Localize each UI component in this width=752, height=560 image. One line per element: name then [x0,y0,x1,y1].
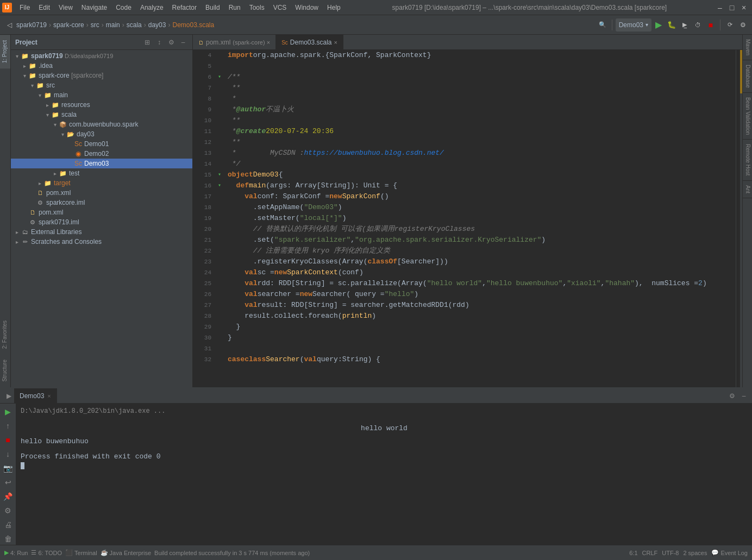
sidebar-tab-project[interactable]: 1: Project [0,35,10,68]
settings-btn[interactable]: ⚙ [737,19,749,31]
status-line-sep[interactable]: CRLF [642,550,658,556]
breadcrumb-demo03[interactable]: Demo03.scala [172,21,214,29]
tree-item-scratches[interactable]: ▸ ✏ Scratches and Consoles [11,237,192,247]
breadcrumb-spark0719[interactable]: spark0719 [16,21,47,29]
tree-item-src[interactable]: ▾ 📁 src [11,80,192,90]
bottom-tab-run-icon[interactable]: ▶ [3,388,14,404]
tree-item-demo01[interactable]: Sc Demo01 [11,139,192,149]
tree-arrow-sparkcore[interactable]: ▾ [21,73,28,79]
tree-arrow-idea[interactable]: ▸ [21,63,28,69]
tree-arrow-src[interactable]: ▾ [28,83,36,89]
tab-close-demo03[interactable]: × [334,39,337,46]
menu-navigate[interactable]: Navigate [77,3,111,12]
run-config-dropdown[interactable]: Demo03 ▾ [616,18,651,32]
tree-item-day03[interactable]: ▾ 📂 day03 [11,129,192,139]
breadcrumb-scala[interactable]: scala [127,21,142,29]
breadcrumb-spark-core[interactable]: spark-core [53,21,84,29]
panel-settings-btn[interactable]: ⚙ [166,37,176,47]
tree-item-idea[interactable]: ▸ 📁 .idea [11,61,192,71]
menu-window[interactable]: Window [291,3,323,12]
tree-arrow-spark0719[interactable]: ▾ [13,53,21,59]
maximize-btn[interactable]: □ [726,2,738,14]
status-java-enterprise-btn[interactable]: ☕ Java Enterprise [101,549,151,556]
code-content[interactable]: import org.apache.spark.{SparkConf, Spar… [223,50,742,387]
tree-arrow-test[interactable]: ▸ [51,171,59,177]
menu-vcs[interactable]: VCS [269,3,291,12]
scroll-up-btn[interactable]: ↑ [2,420,14,432]
tab-pom-xml[interactable]: 🗋 pom.xml (spark-core) × [193,35,276,50]
breadcrumb-src[interactable]: src [91,21,99,29]
breadcrumb-day03[interactable]: day03 [148,21,166,29]
menu-help[interactable]: Help [323,3,345,12]
tree-item-pkg[interactable]: ▾ 📦 com.buwenbuhuo.spark [11,119,192,129]
profile-btn[interactable]: ⏱ [692,19,704,31]
menu-code[interactable]: Code [111,3,136,12]
breadcrumb-main[interactable]: main [106,21,120,29]
right-tab-maven[interactable]: Maven [743,35,752,60]
pin-btn[interactable]: 📌 [2,490,14,502]
tree-arrow-scala[interactable]: ▾ [43,112,51,118]
tree-item-spark0719-iml[interactable]: ⚙ spark0719.iml [11,217,192,227]
right-tab-bean-validation[interactable]: Bean Validation [743,93,752,140]
menu-edit[interactable]: Edit [34,3,54,12]
screenshot-btn[interactable]: 📷 [2,462,14,474]
stop-run-btn[interactable]: ■ [2,434,14,446]
code-editor[interactable]: 4 5 6 7 8 9 10 11 12 13 14 15 16 17 [193,50,742,387]
sidebar-tab-structure[interactable]: Structure [0,354,10,387]
tab-close-pom[interactable]: (spark-core) × [233,39,270,46]
tree-arrow-day03[interactable]: ▾ [59,131,66,137]
minimize-btn[interactable]: – [714,2,726,14]
debug-btn[interactable]: 🐛 [666,19,678,31]
menu-view[interactable]: View [54,3,77,12]
tree-item-target[interactable]: ▸ 📁 target [11,178,192,188]
minimize-bottom-btn[interactable]: – [739,391,749,401]
status-todo-btn[interactable]: ☰ 6: TODO [31,549,62,556]
close-btn[interactable]: × [738,2,750,14]
right-tab-remote-host[interactable]: Remote Host [743,140,752,180]
tree-arrow-target[interactable]: ▸ [36,180,43,186]
bottom-tab-demo03[interactable]: Demo03 × [14,388,57,404]
soft-wrap-btn[interactable]: ↩ [2,476,14,488]
bottom-tab-close[interactable]: × [47,393,51,399]
tree-item-spark0719[interactable]: ▾ 📁 spark0719 D:\idea\spark0719 [11,51,192,61]
menu-refactor[interactable]: Refactor [168,3,201,12]
menu-analyze[interactable]: Analyze [136,3,168,12]
tree-item-resources[interactable]: ▸ 📁 resources [11,100,192,110]
settings-bottom-btn[interactable]: ⚙ [727,391,737,401]
tree-arrow-resources[interactable]: ▸ [43,102,51,108]
panel-sync-btn[interactable]: ↕ [154,37,164,47]
menu-file[interactable]: File [15,3,34,12]
status-terminal-btn[interactable]: ⬛ Terminal [65,549,97,556]
panel-close-btn[interactable]: – [178,37,188,47]
print-btn[interactable]: 🖨 [2,519,14,531]
tree-item-pom-outer[interactable]: 🗋 pom.xml [11,207,192,217]
status-encoding[interactable]: UTF-8 [662,550,679,556]
tree-arrow-pkg[interactable]: ▾ [51,122,59,128]
tree-item-ext-libs[interactable]: ▸ 🗂 External Libraries [11,227,192,237]
tree-arrow-scratches[interactable]: ▸ [13,239,21,245]
tree-item-sparkcore-iml[interactable]: ⚙ sparkcore.iml [11,198,192,207]
right-tab-ant[interactable]: Ant [743,181,752,198]
status-run-btn[interactable]: ▶ 4: Run [4,549,28,556]
sidebar-tab-favorites[interactable]: 2: Favorites [0,315,10,354]
settings-run-btn[interactable]: ⚙ [2,505,14,517]
tab-demo03[interactable]: Sc Demo03.scala × [276,35,343,50]
tree-item-sparkcore[interactable]: ▾ 📁 spark-core [sparkcore] [11,71,192,80]
tree-item-demo02[interactable]: ◉ Demo02 [11,149,192,159]
tree-item-scala[interactable]: ▾ 📁 scala [11,110,192,119]
menu-run[interactable]: Run [224,3,245,12]
status-position[interactable]: 6:1 [629,550,637,556]
update-btn[interactable]: ⟳ [724,19,736,31]
tree-item-main[interactable]: ▾ 📁 main [11,90,192,100]
rerun-btn[interactable]: ▶ [2,406,14,418]
menu-tools[interactable]: Tools [245,3,269,12]
status-event-log[interactable]: 💬 Event Log [711,549,748,556]
tree-arrow-ext-libs[interactable]: ▸ [13,229,21,235]
menu-build[interactable]: Build [201,3,224,12]
panel-layout-btn[interactable]: ⊞ [142,37,152,47]
right-tab-database[interactable]: Database [743,60,752,93]
tree-item-demo03[interactable]: Sc Demo03 [11,159,192,168]
tree-item-test[interactable]: ▸ 📁 test [11,168,192,178]
clear-btn[interactable]: 🗑 [2,533,14,545]
tree-arrow-main[interactable]: ▾ [36,92,43,98]
